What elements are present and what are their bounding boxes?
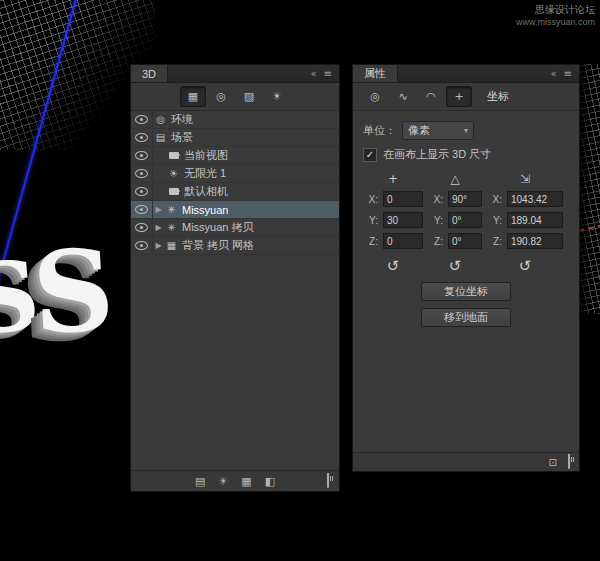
expand-arrow-icon[interactable]: ▶ xyxy=(153,205,164,214)
eye-icon xyxy=(135,187,148,196)
list-item-label: 默认相机 xyxy=(184,184,228,199)
visibility-toggle[interactable] xyxy=(131,237,153,254)
position-x-label: X: xyxy=(363,194,378,205)
filter-lights-button[interactable]: ☀ xyxy=(264,86,290,107)
photoshop-3d-workspace: SS 思缘设计论坛 www.missyuan.com 3D « ≡ ▦ ◎ ▨ … xyxy=(0,0,600,561)
scale-x-label: X: xyxy=(487,194,502,205)
section-title: 坐标 xyxy=(487,89,509,104)
scale-y-field[interactable] xyxy=(507,212,563,228)
list-item-missyuan-copy[interactable]: ▶ ✳ Missyuan 拷贝 xyxy=(131,219,339,237)
clip-icon[interactable]: ⊡ xyxy=(549,457,557,468)
reset-scale-icon[interactable]: ↺ xyxy=(487,257,563,275)
texture-icon: ▦ xyxy=(164,240,179,251)
list-item-current-view[interactable]: 当前视图 xyxy=(131,147,339,165)
scale-column-icon: ⇲ xyxy=(487,172,563,186)
meshes-icon: ◎ xyxy=(216,90,226,103)
panel-3d-header: 3D « ≡ xyxy=(131,65,339,83)
filter-whole-scene-button[interactable]: ▦ xyxy=(180,86,206,107)
list-item-infinite-light[interactable]: ☀ 无限光 1 xyxy=(131,165,339,183)
delete-icon[interactable] xyxy=(568,456,570,468)
mesh-properties-button[interactable]: ◎ xyxy=(362,86,388,107)
rotation-x-field[interactable] xyxy=(448,191,482,207)
visibility-toggle[interactable] xyxy=(131,129,153,146)
position-z-label: Z: xyxy=(363,236,378,247)
list-item-background-copy-mesh[interactable]: ▶ ▦ 背景 拷贝 网格 xyxy=(131,237,339,255)
render-shadow-icon[interactable]: ◧ xyxy=(265,475,275,488)
reset-position-icon[interactable]: ↺ xyxy=(363,257,423,275)
new-light-icon[interactable]: ☀ xyxy=(218,475,228,488)
show-3d-size-checkbox[interactable]: ✓ xyxy=(363,148,377,162)
scale-x-field[interactable] xyxy=(507,191,563,207)
reset-coordinates-button[interactable]: 复位坐标 xyxy=(421,282,511,301)
panel-3d: 3D « ≡ ▦ ◎ ▨ ☀ ◎ 环境 ▤ 场景 xyxy=(130,64,340,492)
scale-y-label: Y: xyxy=(487,215,502,226)
coordinates-icon: + xyxy=(454,90,463,103)
visibility-toggle[interactable] xyxy=(131,183,153,200)
list-item-label: Missyuan xyxy=(182,204,228,216)
rotation-y-field[interactable] xyxy=(448,212,482,228)
tab-properties[interactable]: 属性 xyxy=(353,65,398,82)
list-item-scene[interactable]: ▤ 场景 xyxy=(131,129,339,147)
list-item-default-camera[interactable]: 默认相机 xyxy=(131,183,339,201)
3d-letter-s-front: S xyxy=(30,234,117,350)
position-y-label: Y: xyxy=(363,215,378,226)
mesh-properties-icon: ◎ xyxy=(370,90,380,103)
eye-icon xyxy=(135,223,148,232)
position-column-icon: + xyxy=(363,172,423,186)
mesh-icon: ✳ xyxy=(164,222,179,233)
visibility-toggle[interactable] xyxy=(131,219,153,236)
list-item-environment[interactable]: ◎ 环境 xyxy=(131,111,339,129)
list-item-label: 无限光 1 xyxy=(184,166,226,181)
unit-dropdown[interactable]: 像素 ▾ xyxy=(402,121,474,140)
camera-icon xyxy=(166,186,181,197)
expand-arrow-icon[interactable]: ▶ xyxy=(153,241,164,250)
rotation-y-label: Y: xyxy=(428,215,443,226)
filter-meshes-button[interactable]: ◎ xyxy=(208,86,234,107)
lights-icon: ☀ xyxy=(272,90,282,103)
visibility-toggle[interactable] xyxy=(131,147,153,164)
panel-properties: 属性 « ≡ ◎ ∿ ◠ + 坐标 单位： 像素 ▾ ✓ 在画布上显示 3 xyxy=(352,64,580,472)
eye-icon xyxy=(135,169,148,178)
3d-extruded-text[interactable]: SS xyxy=(0,236,114,348)
visibility-toggle[interactable] xyxy=(131,111,153,128)
list-item-label: 场景 xyxy=(171,130,193,145)
position-z-field[interactable] xyxy=(383,233,423,249)
eye-icon xyxy=(135,241,148,250)
visibility-toggle[interactable] xyxy=(131,165,153,182)
deform-properties-button[interactable]: ∿ xyxy=(390,86,416,107)
rotation-z-field[interactable] xyxy=(448,233,482,249)
eye-icon xyxy=(135,133,148,142)
reset-rotation-icon[interactable]: ↺ xyxy=(428,257,482,275)
coordinates-properties-button[interactable]: + xyxy=(446,86,472,107)
list-item-label: 环境 xyxy=(171,112,193,127)
list-item-missyuan[interactable]: ▶ ✳ Missyuan xyxy=(131,201,339,219)
list-item-label: Missyuan 拷贝 xyxy=(182,220,254,235)
camera-icon xyxy=(166,150,181,161)
panel-menu-icon[interactable]: ≡ xyxy=(324,68,332,79)
whole-scene-icon: ▦ xyxy=(188,90,198,103)
collapse-panel-icon[interactable]: « xyxy=(310,68,316,79)
move-to-ground-button[interactable]: 移到地面 xyxy=(421,308,511,327)
position-y-field[interactable] xyxy=(383,212,423,228)
scale-z-label: Z: xyxy=(487,236,502,247)
panel-properties-header: 属性 « ≡ xyxy=(353,65,579,83)
scene-icon: ▤ xyxy=(153,132,168,143)
chevron-down-icon: ▾ xyxy=(464,126,468,135)
new-material-icon[interactable]: ▦ xyxy=(241,475,251,488)
materials-icon: ▨ xyxy=(244,90,254,103)
watermark: 思缘设计论坛 www.missyuan.com xyxy=(516,4,595,28)
collapse-panel-icon[interactable]: « xyxy=(550,68,556,79)
filter-materials-button[interactable]: ▨ xyxy=(236,86,262,107)
watermark-url: www.missyuan.com xyxy=(516,16,595,28)
visibility-toggle[interactable] xyxy=(131,201,153,218)
rotation-column-icon: △ xyxy=(428,172,482,186)
scale-z-field[interactable] xyxy=(507,233,563,249)
panel-menu-icon[interactable]: ≡ xyxy=(564,68,572,79)
expand-arrow-icon[interactable]: ▶ xyxy=(153,223,164,232)
presets-icon[interactable]: ▤ xyxy=(195,475,205,488)
cap-properties-icon: ◠ xyxy=(426,90,436,103)
tab-3d[interactable]: 3D xyxy=(131,65,168,82)
cap-properties-button[interactable]: ◠ xyxy=(418,86,444,107)
position-x-field[interactable] xyxy=(383,191,423,207)
delete-icon[interactable] xyxy=(327,475,329,487)
